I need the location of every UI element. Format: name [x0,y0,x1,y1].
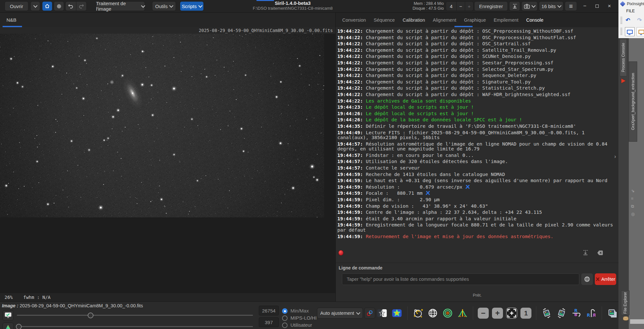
channel-link-button[interactable] [364,308,375,319]
photometry-button[interactable] [427,307,439,319]
tab-conversion[interactable]: Conversion [342,17,366,23]
bitdepth-button[interactable]: 16 bits [539,1,563,11]
lo-value-input[interactable]: 397 [259,317,279,327]
fits-image-view[interactable] [0,34,324,217]
tab-empilement[interactable]: Empilement [494,17,518,23]
monitor-icon[interactable] [625,27,635,36]
flip-horizontal-button[interactable]: RR [585,307,597,319]
autostretch-dropdown[interactable]: Auto ajustement [317,308,363,319]
log-entry: 19:44:59: Recherche de 1413 étoiles dans… [337,172,617,177]
snapshot-button[interactable] [521,1,538,11]
ring-icon[interactable]: ◎ [631,212,635,216]
close-button[interactable]: × [605,0,614,12]
close-icon: × [608,3,611,9]
working-directory: F:\DSO traitement\NGC7331-C8-minicam8 [207,6,378,11]
hi-slider[interactable] [17,315,253,316]
log-entry: 19:44:22: Chargement du script à partir … [337,92,617,97]
redo-icon[interactable]: ↷ [637,17,642,24]
toolbar-separator [536,306,536,320]
tab-alignement[interactable]: Alignement [433,17,456,23]
zoom-one-button[interactable]: 1 [520,308,531,319]
resource-usage: Mem : 288.4 Mio Disque : 47.5 Gio [412,1,444,11]
radio-minmax-label: Min/Max [290,308,309,313]
tools-menu-button[interactable]: Outils [152,1,176,11]
hamburger-menu-button[interactable]: ≡ [565,1,577,11]
save-as-icon [512,4,517,9]
thread-increment-button[interactable]: + [465,1,474,11]
monitor-glyph [627,30,633,34]
home-button[interactable] [42,1,52,11]
toolbar-handle[interactable] [620,17,622,24]
log-entry: 19:44:57: Utilisation de 320 étoiles dét… [337,159,617,164]
log-entry: 19:44:57: Résolution astrométrique de l'… [337,141,617,151]
redo-button[interactable] [76,2,87,11]
monitor-24-glyph [639,30,644,34]
negative-view-button[interactable] [376,307,388,319]
layers-icon[interactable]: ⧉ [631,204,634,209]
minimize-button[interactable]: − [580,0,590,12]
rotate-right-button[interactable] [556,307,567,319]
monitor-24-icon[interactable] [637,27,644,36]
save-as-button[interactable] [509,1,520,11]
open-dropdown-button[interactable] [30,1,40,11]
tab-graphique[interactable]: Graphique [464,17,486,23]
lo-slider[interactable] [17,326,253,327]
zoom-in-button[interactable]: + [492,308,503,319]
undo-icon[interactable]: ↶ [626,17,630,24]
log-entry: 19:44:22: Chargement du script à partir … [337,79,617,84]
tab-calibration[interactable]: Calibration [403,17,425,23]
export-log-button[interactable] [583,250,588,256]
chevron-down-icon [557,4,562,8]
record-button[interactable] [54,1,64,11]
image-display-area[interactable] [0,34,335,293]
color-profile-button[interactable] [3,323,14,329]
menu-icon: ≡ [569,3,573,10]
toolbar-separator [602,306,602,320]
hi-value-input[interactable]: 26754 [259,306,279,315]
panel-collapse-arrow[interactable]: › [614,153,616,160]
tab-nb[interactable]: N&B [3,13,22,27]
tab-graxpert[interactable]: GraXpert_background_extraction [629,61,637,142]
display-mode-button[interactable] [3,310,14,321]
lo-slider-thumb[interactable] [16,324,22,329]
crop-arrow-icon[interactable]: ⇘ [631,188,635,193]
image-filename-overlay: 2025-08-29_04-59-00_QHYminiCam8M_9_30.00… [0,27,335,34]
console-log[interactable]: 19:44:22: Chargement du script à partir … [336,27,619,245]
tab-console[interactable]: Console [526,17,543,23]
radio-user[interactable] [282,323,288,328]
astrometry-button[interactable] [412,307,424,319]
scripts-menu-button[interactable]: Scripts [180,1,204,11]
thread-count-value[interactable]: 4 [446,1,457,11]
open-button[interactable]: Ouvrir [5,1,28,11]
restore-button[interactable] [592,0,602,12]
ccd-target-button[interactable] [442,307,453,319]
command-input[interactable]: Taper "help" pour avoir la liste des com… [342,273,579,285]
online-help-button[interactable] [581,273,593,285]
radio-minmax[interactable] [282,308,288,314]
image-processing-menu-button[interactable]: Traitement de l'image [96,1,145,11]
zoom-out-button[interactable]: − [478,308,489,319]
header-bar: Ouvrir Traitement de l'image Outils Scri… [0,0,618,13]
stop-button[interactable]: Arrêter [595,273,616,285]
frame-icon[interactable]: ⌗ [631,196,633,201]
pixinsight-file-menu[interactable]: FILE [626,9,635,13]
flip-vertical-button[interactable]: RR [571,307,582,319]
stop-x-icon [596,277,600,281]
toolbar-handle[interactable] [620,28,622,35]
thread-decrement-button[interactable]: − [457,1,465,11]
sequence-list-button[interactable] [606,307,618,319]
fit-to-window-button[interactable] [506,308,517,319]
clear-log-button[interactable] [597,250,603,256]
undo-button[interactable] [66,2,76,11]
pixinsight-scrollbar[interactable] [630,319,644,324]
save-button[interactable]: Enregistrer [474,1,508,11]
psf-button[interactable] [457,307,468,319]
star-detection-button[interactable] [391,307,403,319]
radio-mips[interactable] [282,315,288,321]
hi-slider-thumb[interactable] [88,313,93,318]
tab-process-console[interactable]: Process Console [620,39,627,76]
tab-file-explorer[interactable]: File Explorer [621,291,629,315]
rotate-left-button[interactable] [541,307,552,319]
tab-séquence[interactable]: Séquence [374,17,395,23]
toolbar-separator [407,306,408,320]
